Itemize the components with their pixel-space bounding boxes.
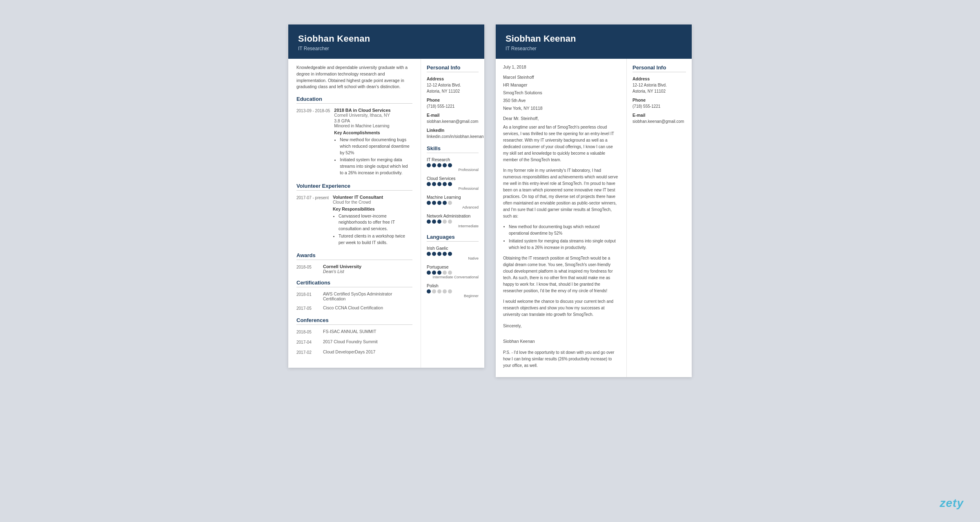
skill-name-4: Network Administration [427, 213, 479, 218]
accomplishment-item-2: Initiated system for merging data stream… [340, 157, 412, 176]
conf-date-3: 2017-02 [296, 349, 319, 355]
dot [443, 201, 447, 205]
zety-watermark: zety [940, 497, 964, 510]
dot [448, 252, 452, 256]
skill-dots-1 [427, 163, 479, 167]
dot [427, 201, 431, 205]
lang-name-3: Polish [427, 283, 479, 288]
resume-name: Siobhan Keenan [298, 33, 474, 44]
lang-dots-2 [427, 271, 479, 275]
conf-content-3: Cloud DeveloperDays 2017 [323, 349, 412, 355]
cover-letter-document: Siobhan Keenan IT Researcher July 1, 201… [496, 24, 692, 377]
volunteer-org: Cloud for the Crowd [333, 200, 412, 204]
cover-phone-value: (718) 555-1221 [633, 103, 686, 109]
cover-phone-label: Phone [633, 98, 686, 102]
skill-name-3: Machine Learning [427, 195, 479, 200]
conf-content-1: FS-ISAC ANNUAL SUMMIT [323, 329, 412, 335]
skill-name-1: IT Research [427, 157, 479, 162]
dot [443, 220, 447, 224]
education-date: 2013-09 - 2018-05 [296, 108, 330, 177]
education-school: Cornell University, Ithaca, NY [334, 113, 412, 118]
resume-title: IT Researcher [298, 46, 474, 51]
skill-item-1: IT Research Professional [427, 157, 479, 172]
dot [443, 289, 447, 293]
dot [448, 271, 452, 275]
volunteer-bullets: Canvassed lower-income neighborhoods to … [333, 213, 412, 246]
lang-level-3: Beginner [427, 294, 479, 298]
email-value: siobhan.keenan@gmail.com [427, 118, 479, 124]
award-content: Cornell University Dean's List [323, 264, 412, 274]
resume-header: Siobhan Keenan IT Researcher [288, 24, 484, 59]
skill-item-3: Machine Learning Advanced [427, 195, 479, 209]
dot [448, 289, 452, 293]
resume-document: Siobhan Keenan IT Researcher Knowledgeab… [288, 24, 484, 368]
cover-email-value: siobhan.keenan@gmail.com [633, 118, 686, 124]
cover-bullet-1: New method for documenting bugs which re… [509, 224, 619, 237]
skill-name-2: Cloud Services [427, 176, 479, 181]
lang-level-1: Native [427, 256, 479, 260]
cover-header: Siobhan Keenan IT Researcher [496, 24, 692, 59]
dot [437, 182, 441, 186]
cover-body: July 1, 2018 Marcel Steinhoff HR Manager… [496, 59, 692, 377]
skill-level-4: Intermediate [427, 224, 479, 228]
dot [427, 182, 431, 186]
dot [432, 163, 436, 167]
cert-content-2: Cisco CCNA Cloud Certification [323, 305, 412, 311]
linkedin-label: LinkedIn [427, 128, 479, 133]
dot [437, 271, 441, 275]
lang-item-2: Portuguese Intermediate Conversational [427, 264, 479, 279]
volunteer-date: 2017-07 - present [296, 195, 329, 247]
cover-email-label: E-mail [633, 113, 686, 118]
conf-entry-1: 2018-05 FS-ISAC ANNUAL SUMMIT [296, 329, 412, 335]
dot [432, 252, 436, 256]
languages-section-title: Languages [427, 234, 479, 242]
education-section-title: Education [296, 96, 412, 104]
lang-dots-3 [427, 289, 479, 293]
lang-item-3: Polish Beginner [427, 283, 479, 298]
dot [432, 182, 436, 186]
cover-sidebar: Personal Info Address 12-12 Astoria Blvd… [626, 59, 692, 377]
cert-date-2: 2017-05 [296, 305, 319, 311]
address-value: 12-12 Astoria Blvd.Astoria, NY 11102 [427, 82, 479, 94]
education-content: 2018 BA in Cloud Services Cornell Univer… [334, 108, 412, 177]
dot [432, 289, 436, 293]
cover-paragraph-2: In my former role in my university's IT … [503, 167, 619, 220]
cert-title-2: Cisco CCNA Cloud Certification [323, 305, 412, 310]
lang-name-1: Irish Gaelic [427, 246, 479, 251]
email-label: E-mail [427, 113, 479, 118]
dot [437, 201, 441, 205]
dot [427, 220, 431, 224]
lang-item-1: Irish Gaelic Native [427, 246, 479, 260]
education-degree: 2018 BA in Cloud Services [334, 108, 412, 113]
conf-content-2: 2017 Cloud Foundry Summit [323, 339, 412, 345]
cover-date: July 1, 2018 [503, 64, 619, 69]
page-wrapper: Siobhan Keenan IT Researcher Knowledgeab… [288, 24, 692, 377]
cert-entry-1: 2018-01 AWS Certified SysOps Administrat… [296, 291, 412, 301]
lang-dots-1 [427, 252, 479, 256]
skill-level-2: Professional [427, 187, 479, 191]
conf-date-1: 2018-05 [296, 329, 319, 335]
dot [437, 220, 441, 224]
skill-level-1: Professional [427, 168, 479, 172]
dot [448, 220, 452, 224]
cert-entry-2: 2017-05 Cisco CCNA Cloud Certification [296, 305, 412, 311]
responsibilities-label: Key Responsibilities [333, 207, 412, 211]
conf-title-2: 2017 Cloud Foundry Summit [323, 339, 412, 344]
resume-main: Knowledgeable and dependable university … [288, 59, 421, 368]
cert-title-1: AWS Certified SysOps Administrator Certi… [323, 291, 412, 301]
conf-title-3: Cloud DeveloperDays 2017 [323, 349, 412, 354]
cover-address-value: 12-12 Astoria Blvd.Astoria, NY 11102 [633, 82, 686, 94]
accomplishment-item-1: New method for documenting bugs which re… [340, 137, 412, 156]
volunteer-bullet-1: Canvassed lower-income neighborhoods to … [339, 213, 412, 232]
cover-ps: P.S. - I'd love the opportunity to sit d… [503, 349, 619, 369]
phone-label: Phone [427, 98, 479, 102]
dot [427, 271, 431, 275]
phone-value: (718) 555-1221 [427, 103, 479, 109]
award-entry: 2018-05 Cornell University Dean's List [296, 264, 412, 274]
skill-item-2: Cloud Services Professional [427, 176, 479, 191]
volunteer-entry: 2017-07 - present Volunteer IT Consultan… [296, 195, 412, 247]
cover-bullet-2: Initiated system for merging data stream… [509, 238, 619, 251]
dot [437, 289, 441, 293]
dot [427, 252, 431, 256]
resume-sidebar: Personal Info Address 12-12 Astoria Blvd… [421, 59, 484, 368]
